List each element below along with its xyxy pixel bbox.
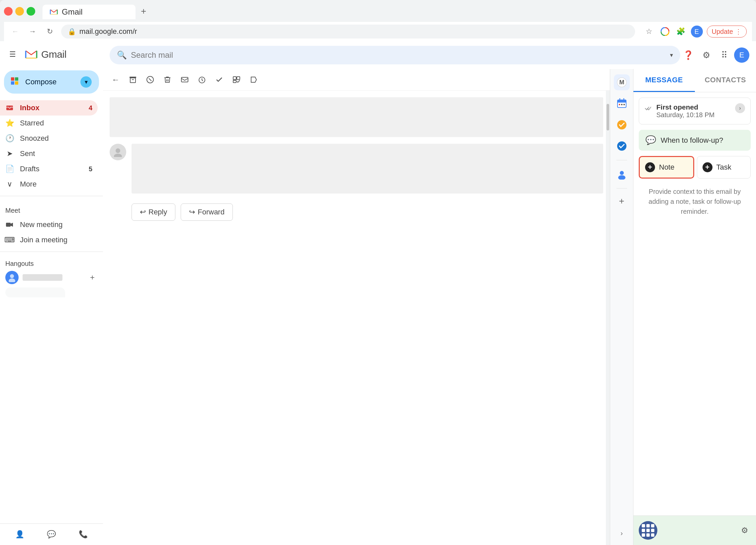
sidebar-item-sent[interactable]: ➤ Sent [0,146,98,161]
task-label: Task [716,163,731,172]
snooze-button[interactable] [195,72,209,87]
back-button[interactable]: ← [9,26,21,38]
delete-button[interactable] [160,72,175,87]
minimize-button[interactable] [15,7,24,16]
inbox-label: Inbox [20,104,40,112]
drafts-icon: 📄 [5,164,15,174]
spam-icon [146,76,154,84]
color-picker-icon[interactable] [659,26,671,38]
svg-rect-5 [15,81,18,85]
first-opened-action[interactable]: › [735,103,745,113]
tasks-addon-icon[interactable] [614,117,630,133]
email-toolbar: ← [103,69,610,91]
svg-point-10 [9,278,15,282]
svg-rect-7 [6,223,11,227]
task-button[interactable]: + Task [697,156,751,179]
sidebar-item-starred[interactable]: ⭐ Starred [0,116,98,131]
color-icon [661,27,669,36]
more-chevron-icon: ∨ [5,179,15,189]
apps-button[interactable]: ⠿ [716,47,732,63]
email-body: ↩ Reply ↪ Forward [103,91,610,545]
sidebar-divider [0,196,103,196]
mark-unread-button[interactable] [177,72,192,87]
label-button[interactable] [246,72,261,87]
chat-bottom-tab[interactable]: 💬 [45,528,58,541]
compose-dropdown-arrow[interactable]: ▾ [80,76,92,88]
keep-addon-icon[interactable] [614,138,630,154]
lock-icon: 🔒 [68,28,76,36]
email-sender-row [103,140,610,197]
phone-bottom-tab[interactable]: 📞 [76,528,90,541]
contacts-bottom-tab[interactable]: 👤 [13,528,27,541]
close-button[interactable] [4,7,13,16]
sidebar-item-new-meeting[interactable]: New meeting [0,217,103,232]
search-input[interactable]: Search mail [131,50,666,60]
note-button[interactable]: + Note [639,156,694,179]
dot-6 [651,529,654,532]
forward-button[interactable]: ↪ Forward [181,204,233,221]
search-dropdown-icon[interactable]: ▾ [670,51,673,59]
address-bar[interactable]: 🔒 mail.google.com/r [61,25,635,39]
sidebar-item-join-meeting[interactable]: ⌨ Join a meeting [0,232,103,248]
first-opened-subtitle: Saturday, 10:18 PM [656,111,731,119]
spam-button[interactable] [143,72,157,87]
hamburger-button[interactable]: ☰ [5,47,20,62]
search-bar[interactable]: 🔍 Search mail ▾ [110,46,680,64]
compose-label: Compose [25,78,56,86]
forward-button[interactable]: → [27,26,39,38]
reply-icon: ↩ [140,208,146,217]
tab-title: Gmail [62,7,83,17]
follow-up-card[interactable]: 💬 When to follow-up? [639,130,751,151]
hangouts-avatar [5,271,19,284]
email-scrollbar[interactable] [606,91,610,545]
sidebar-item-snoozed[interactable]: 🕐 Snoozed [0,131,98,146]
tab-contacts[interactable]: CONTACTS [695,69,756,92]
archive-button[interactable] [126,72,140,87]
crm-tabs: MESSAGE CONTACTS [633,69,756,92]
expand-panel-button[interactable]: › [615,526,628,540]
gmail-m-logo [24,47,39,62]
tab-message[interactable]: MESSAGE [633,69,695,92]
new-tab-button[interactable]: + [136,3,151,19]
settings-button[interactable]: ⚙ [698,47,714,63]
sent-icon: ➤ [5,149,15,159]
crm-settings-button[interactable]: ⚙ [739,524,751,536]
compose-button[interactable]: Compose ▾ [4,70,99,94]
crm-apps-button[interactable] [639,521,657,540]
video-camera-icon [5,220,15,230]
maximize-button[interactable] [27,7,35,16]
active-tab[interactable]: Gmail [43,5,136,19]
hangouts-title: Hangouts [5,260,98,268]
add-task-button[interactable] [212,72,227,87]
svg-rect-16 [181,77,188,82]
bookmark-button[interactable]: ☆ [643,26,655,38]
label-icon [250,76,258,84]
sidebar-item-more[interactable]: ∨ More [0,177,98,192]
update-button[interactable]: Update ⋮ [707,26,747,38]
profile-button[interactable]: E [691,26,703,38]
streak-addon-icon[interactable]: M [614,74,630,90]
calendar-addon-icon[interactable] [614,96,630,112]
refresh-button[interactable]: ↻ [44,26,56,38]
sidebar-item-drafts[interactable]: 📄 Drafts 5 [0,161,98,177]
extensions-button[interactable]: 🧩 [675,26,687,38]
dot-9 [651,533,654,537]
inbox-icon [5,103,15,113]
unread-icon [181,76,189,84]
help-button[interactable]: ❓ [680,47,696,63]
drafts-badge: 5 [89,165,92,173]
contacts-addon-icon[interactable] [614,166,630,182]
sidebar-bottom-tabs: 👤 💬 📞 [0,523,103,545]
user-avatar[interactable]: E [734,47,749,63]
back-to-inbox-button[interactable]: ← [108,72,123,87]
sidebar-item-inbox[interactable]: Inbox 4 [0,100,98,116]
right-panel-icons: M [610,69,633,545]
gmail-logo: Gmail [24,47,66,62]
move-to-button[interactable] [229,72,244,87]
chat-bubble-icon: 💬 [645,135,656,145]
add-addon-button[interactable]: + [615,195,628,208]
reply-button[interactable]: ↩ Reply [132,204,175,221]
url-text: mail.google.com/r [79,27,137,36]
hangouts-add-button[interactable]: + [87,272,98,283]
svg-rect-4 [11,81,14,85]
